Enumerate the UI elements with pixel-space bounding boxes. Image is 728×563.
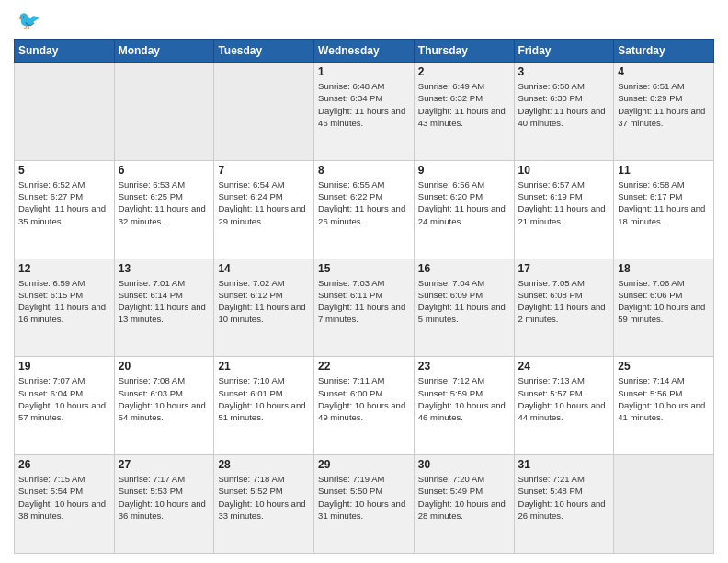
logo-bird-icon: 🐦 [17,9,40,31]
weekday-header-monday: Monday [114,40,214,63]
day-info: Sunrise: 6:52 AM Sunset: 6:27 PM Dayligh… [18,178,110,227]
day-info: Sunrise: 6:54 AM Sunset: 6:24 PM Dayligh… [218,178,310,227]
day-info: Sunrise: 7:18 AM Sunset: 5:52 PM Dayligh… [218,473,310,522]
calendar-cell: 18Sunrise: 7:06 AM Sunset: 6:06 PM Dayli… [614,259,714,357]
day-info: Sunrise: 6:56 AM Sunset: 6:20 PM Dayligh… [418,178,510,227]
day-number: 15 [318,262,410,275]
calendar-cell: 29Sunrise: 7:19 AM Sunset: 5:50 PM Dayli… [314,455,415,554]
calendar-cell: 5Sunrise: 6:52 AM Sunset: 6:27 PM Daylig… [15,160,115,259]
day-info: Sunrise: 7:15 AM Sunset: 5:54 PM Dayligh… [18,473,110,522]
day-number: 30 [418,458,510,471]
calendar-cell: 6Sunrise: 6:53 AM Sunset: 6:25 PM Daylig… [114,160,214,259]
weekday-header-saturday: Saturday [614,40,714,63]
day-info: Sunrise: 6:48 AM Sunset: 6:34 PM Dayligh… [318,80,410,129]
calendar-cell: 24Sunrise: 7:13 AM Sunset: 5:57 PM Dayli… [514,357,614,455]
day-number: 18 [618,262,710,275]
day-info: Sunrise: 7:19 AM Sunset: 5:50 PM Dayligh… [318,473,410,522]
calendar-cell: 4Sunrise: 6:51 AM Sunset: 6:29 PM Daylig… [614,63,714,161]
day-number: 12 [18,262,110,275]
day-number: 23 [418,360,510,373]
calendar-cell: 12Sunrise: 6:59 AM Sunset: 6:15 PM Dayli… [15,259,115,357]
day-number: 22 [318,360,410,373]
day-info: Sunrise: 7:11 AM Sunset: 6:00 PM Dayligh… [318,374,410,423]
calendar-table: SundayMondayTuesdayWednesdayThursdayFrid… [14,39,714,554]
calendar-cell: 3Sunrise: 6:50 AM Sunset: 6:30 PM Daylig… [514,63,614,161]
day-info: Sunrise: 7:12 AM Sunset: 5:59 PM Dayligh… [418,374,510,423]
calendar-cell: 8Sunrise: 6:55 AM Sunset: 6:22 PM Daylig… [314,160,415,259]
day-number: 13 [119,262,210,275]
calendar-cell: 1Sunrise: 6:48 AM Sunset: 6:34 PM Daylig… [314,63,415,161]
calendar-cell [15,63,115,161]
day-info: Sunrise: 6:51 AM Sunset: 6:29 PM Dayligh… [618,80,710,129]
calendar-cell: 21Sunrise: 7:10 AM Sunset: 6:01 PM Dayli… [214,357,314,455]
day-info: Sunrise: 7:13 AM Sunset: 5:57 PM Dayligh… [518,374,610,423]
day-info: Sunrise: 7:04 AM Sunset: 6:09 PM Dayligh… [418,277,510,326]
calendar-cell: 28Sunrise: 7:18 AM Sunset: 5:52 PM Dayli… [214,455,314,554]
calendar-cell: 22Sunrise: 7:11 AM Sunset: 6:00 PM Dayli… [314,357,415,455]
day-number: 4 [618,65,710,78]
day-number: 26 [18,458,110,471]
calendar-cell [614,455,714,554]
calendar-cell: 16Sunrise: 7:04 AM Sunset: 6:09 PM Dayli… [414,259,514,357]
calendar-cell: 19Sunrise: 7:07 AM Sunset: 6:04 PM Dayli… [15,357,115,455]
day-info: Sunrise: 7:21 AM Sunset: 5:48 PM Dayligh… [518,473,610,522]
day-info: Sunrise: 7:06 AM Sunset: 6:06 PM Dayligh… [618,277,710,326]
day-number: 29 [318,458,410,471]
day-info: Sunrise: 7:07 AM Sunset: 6:04 PM Dayligh… [18,374,110,423]
calendar-cell: 31Sunrise: 7:21 AM Sunset: 5:48 PM Dayli… [514,455,614,554]
day-number: 20 [119,360,210,373]
weekday-header-tuesday: Tuesday [214,40,314,63]
calendar-week-1: 1Sunrise: 6:48 AM Sunset: 6:34 PM Daylig… [15,63,714,161]
calendar-cell: 26Sunrise: 7:15 AM Sunset: 5:54 PM Dayli… [15,455,115,554]
day-info: Sunrise: 7:10 AM Sunset: 6:01 PM Dayligh… [218,374,310,423]
day-info: Sunrise: 7:08 AM Sunset: 6:03 PM Dayligh… [119,374,210,423]
day-number: 19 [18,360,110,373]
calendar-cell: 11Sunrise: 6:58 AM Sunset: 6:17 PM Dayli… [614,160,714,259]
calendar-cell: 9Sunrise: 6:56 AM Sunset: 6:20 PM Daylig… [414,160,514,259]
calendar-cell: 27Sunrise: 7:17 AM Sunset: 5:53 PM Dayli… [114,455,214,554]
day-number: 1 [318,65,410,78]
day-info: Sunrise: 7:20 AM Sunset: 5:49 PM Dayligh… [418,473,510,522]
weekday-header-thursday: Thursday [414,40,514,63]
day-number: 21 [218,360,310,373]
calendar-week-4: 19Sunrise: 7:07 AM Sunset: 6:04 PM Dayli… [15,357,714,455]
calendar-cell: 20Sunrise: 7:08 AM Sunset: 6:03 PM Dayli… [114,357,214,455]
day-number: 8 [318,164,410,177]
day-number: 10 [518,164,610,177]
page: 🐦 SundayMondayTuesdayWednesdayThursdayFr… [0,0,728,563]
calendar-cell [214,63,314,161]
weekday-header-friday: Friday [514,40,614,63]
calendar-cell: 10Sunrise: 6:57 AM Sunset: 6:19 PM Dayli… [514,160,614,259]
calendar-cell: 25Sunrise: 7:14 AM Sunset: 5:56 PM Dayli… [614,357,714,455]
day-number: 24 [518,360,610,373]
day-number: 28 [218,458,310,471]
calendar-cell: 2Sunrise: 6:49 AM Sunset: 6:32 PM Daylig… [414,63,514,161]
day-number: 16 [418,262,510,275]
day-number: 31 [518,458,610,471]
day-info: Sunrise: 6:55 AM Sunset: 6:22 PM Dayligh… [318,178,410,227]
day-info: Sunrise: 6:59 AM Sunset: 6:15 PM Dayligh… [18,277,110,326]
day-number: 27 [119,458,210,471]
day-number: 25 [618,360,710,373]
calendar-cell: 7Sunrise: 6:54 AM Sunset: 6:24 PM Daylig… [214,160,314,259]
day-info: Sunrise: 6:49 AM Sunset: 6:32 PM Dayligh… [418,80,510,129]
calendar-cell: 30Sunrise: 7:20 AM Sunset: 5:49 PM Dayli… [414,455,514,554]
weekday-header-sunday: Sunday [15,40,115,63]
header: 🐦 [14,9,714,31]
calendar-week-3: 12Sunrise: 6:59 AM Sunset: 6:15 PM Dayli… [15,259,714,357]
calendar-cell: 17Sunrise: 7:05 AM Sunset: 6:08 PM Dayli… [514,259,614,357]
day-number: 5 [18,164,110,177]
day-number: 2 [418,65,510,78]
logo: 🐦 [14,9,40,31]
day-info: Sunrise: 7:02 AM Sunset: 6:12 PM Dayligh… [218,277,310,326]
day-info: Sunrise: 6:53 AM Sunset: 6:25 PM Dayligh… [119,178,210,227]
day-info: Sunrise: 6:50 AM Sunset: 6:30 PM Dayligh… [518,80,610,129]
day-info: Sunrise: 7:17 AM Sunset: 5:53 PM Dayligh… [119,473,210,522]
day-number: 14 [218,262,310,275]
day-info: Sunrise: 7:05 AM Sunset: 6:08 PM Dayligh… [518,277,610,326]
calendar-cell: 14Sunrise: 7:02 AM Sunset: 6:12 PM Dayli… [214,259,314,357]
day-info: Sunrise: 6:57 AM Sunset: 6:19 PM Dayligh… [518,178,610,227]
day-number: 11 [618,164,710,177]
calendar-cell: 13Sunrise: 7:01 AM Sunset: 6:14 PM Dayli… [114,259,214,357]
weekday-header-wednesday: Wednesday [314,40,415,63]
